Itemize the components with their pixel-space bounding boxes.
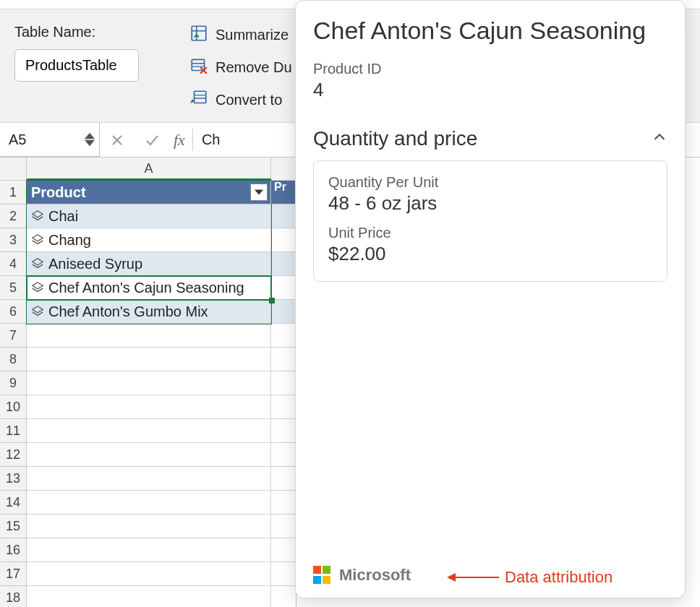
column-header-b[interactable] xyxy=(271,158,296,181)
table-name-input[interactable] xyxy=(14,49,139,82)
row-header[interactable]: 7 xyxy=(0,324,27,348)
microsoft-logo-icon xyxy=(313,566,332,585)
row-header[interactable]: 6 xyxy=(0,300,27,324)
empty-cell[interactable] xyxy=(27,443,271,467)
cell-text: Aniseed Syrup xyxy=(48,256,142,272)
separator xyxy=(192,129,193,151)
linked-data-icon xyxy=(31,281,44,294)
empty-cell-b[interactable] xyxy=(271,538,296,562)
header-text: Product xyxy=(31,184,86,201)
row-header[interactable]: 10 xyxy=(0,395,27,419)
empty-cell-b[interactable] xyxy=(271,467,296,491)
product-id-value: 4 xyxy=(313,79,667,101)
empty-cell-b[interactable] xyxy=(271,491,296,515)
annotation-label: Data attribution xyxy=(505,568,612,587)
empty-cell-b[interactable] xyxy=(271,586,296,607)
convert-range-label: Convert to xyxy=(215,92,282,108)
empty-cell[interactable] xyxy=(27,538,271,562)
convert-to-range-button[interactable]: Convert to xyxy=(189,89,292,111)
data-cell-b[interactable] xyxy=(271,252,296,276)
product-id-label: Product ID xyxy=(313,61,667,77)
data-cell[interactable]: Chang xyxy=(27,228,271,252)
summarize-pivot-button[interactable]: Summarize xyxy=(189,24,292,46)
name-box-stepper[interactable] xyxy=(85,132,95,147)
empty-cell[interactable] xyxy=(27,371,271,395)
data-cell[interactable]: Aniseed Syrup xyxy=(27,252,271,276)
row-header[interactable]: 3 xyxy=(0,228,27,252)
row-header[interactable]: 4 xyxy=(0,252,27,276)
annotation: Data attribution xyxy=(448,568,612,587)
row-header[interactable]: 8 xyxy=(0,348,27,371)
spreadsheet-grid[interactable]: A 1 Product Pr 2 Chai 3 Chang 4 Aniseed … xyxy=(0,158,296,607)
empty-cell[interactable] xyxy=(27,515,271,538)
fill-handle[interactable] xyxy=(269,298,275,304)
row-header[interactable]: 14 xyxy=(0,491,27,515)
data-cell[interactable]: Chai xyxy=(27,205,271,228)
section-title: Quantity and price xyxy=(313,127,477,150)
row-header[interactable]: 5 xyxy=(0,276,27,300)
data-cell[interactable]: Chef Anton's Cajun Seasoning xyxy=(27,276,271,300)
empty-cell-b[interactable] xyxy=(271,515,296,538)
select-all-corner[interactable] xyxy=(0,158,27,181)
data-cell-b[interactable] xyxy=(271,205,296,228)
row-header[interactable]: 13 xyxy=(0,467,27,491)
qpu-value: 48 - 6 oz jars xyxy=(328,192,652,215)
linked-data-icon xyxy=(31,233,44,246)
empty-cell[interactable] xyxy=(27,419,271,443)
formula-text[interactable]: Ch xyxy=(196,123,221,157)
linked-data-icon xyxy=(31,305,44,318)
data-cell-b[interactable] xyxy=(271,228,296,252)
empty-cell[interactable] xyxy=(27,395,271,419)
name-box-value: A5 xyxy=(9,132,26,148)
qpu-label: Quantity Per Unit xyxy=(328,174,652,191)
annotation-arrow-icon xyxy=(448,577,499,578)
chevron-up-icon xyxy=(652,129,667,148)
data-cell[interactable]: Chef Anton's Gumbo Mix xyxy=(27,300,271,324)
table-header-cell[interactable]: Product xyxy=(27,181,271,205)
empty-cell[interactable] xyxy=(27,324,271,348)
empty-cell-b[interactable] xyxy=(271,348,296,371)
empty-cell-b[interactable] xyxy=(271,371,296,395)
row-header[interactable]: 18 xyxy=(0,586,27,607)
empty-cell[interactable] xyxy=(27,467,271,491)
row-header[interactable]: 15 xyxy=(0,515,27,538)
table-header-cell-b[interactable]: Pr xyxy=(271,181,296,205)
filter-button[interactable] xyxy=(250,184,268,201)
svg-rect-0 xyxy=(192,26,206,40)
section-header[interactable]: Quantity and price xyxy=(313,127,667,150)
empty-cell[interactable] xyxy=(27,562,271,586)
accept-formula-button[interactable] xyxy=(135,123,169,157)
row-header[interactable]: 9 xyxy=(0,371,27,395)
remove-duplicates-button[interactable]: Remove Du xyxy=(189,56,292,79)
data-cell-b[interactable] xyxy=(271,276,296,300)
empty-cell-b[interactable] xyxy=(271,443,296,467)
cancel-formula-button[interactable] xyxy=(100,123,135,157)
empty-cell-b[interactable] xyxy=(271,562,296,586)
cell-text: Chai xyxy=(48,208,78,225)
unit-price-value: $22.00 xyxy=(328,243,652,265)
pivot-table-icon xyxy=(189,24,208,46)
empty-cell-b[interactable] xyxy=(271,324,296,348)
empty-cell[interactable] xyxy=(27,586,271,607)
cell-text: Chang xyxy=(48,232,91,249)
empty-cell-b[interactable] xyxy=(271,419,296,443)
attribution-text: Microsoft xyxy=(339,566,411,585)
data-cell-b[interactable] xyxy=(271,300,296,324)
row-header[interactable]: 1 xyxy=(0,181,27,205)
empty-cell[interactable] xyxy=(27,491,271,515)
remove-duplicates-icon xyxy=(189,56,208,79)
table-name-group: Table Name: xyxy=(14,24,139,82)
row-header[interactable]: 12 xyxy=(0,443,27,467)
name-box[interactable]: A5 xyxy=(0,123,100,157)
column-header-a[interactable]: A xyxy=(27,158,271,181)
row-header[interactable]: 2 xyxy=(0,205,27,228)
row-header[interactable]: 16 xyxy=(0,538,27,562)
fx-label[interactable]: fx xyxy=(169,123,189,157)
remove-duplicates-label: Remove Du xyxy=(215,59,292,76)
row-header[interactable]: 11 xyxy=(0,419,27,443)
data-type-card: Chef Anton's Cajun Seasoning Product ID … xyxy=(295,0,686,598)
empty-cell[interactable] xyxy=(27,348,271,371)
empty-cell-b[interactable] xyxy=(271,395,296,419)
row-header[interactable]: 17 xyxy=(0,562,27,586)
cell-text: Chef Anton's Cajun Seasoning xyxy=(48,280,244,296)
